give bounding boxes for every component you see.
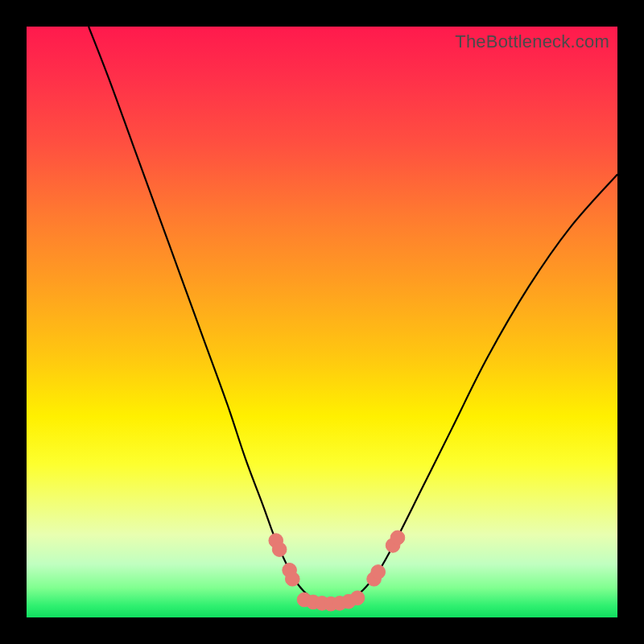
curve-marker xyxy=(285,572,299,586)
curve-layer xyxy=(27,27,617,617)
trough-markers xyxy=(269,530,405,611)
chart-frame: TheBottleneck.com xyxy=(0,0,644,644)
bottleneck-curve xyxy=(89,27,617,604)
plot-area: TheBottleneck.com xyxy=(27,27,617,617)
curve-marker xyxy=(390,530,405,545)
curve-marker xyxy=(371,565,386,580)
curve-marker xyxy=(350,591,365,605)
curve-marker xyxy=(272,543,287,557)
